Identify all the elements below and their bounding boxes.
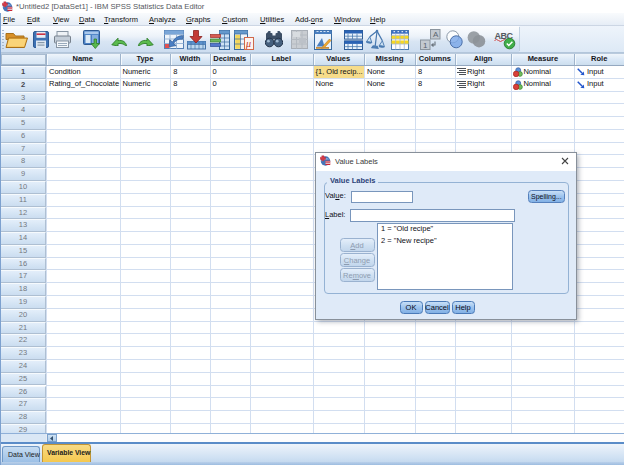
svg-text:A: A <box>433 30 439 39</box>
svg-text:μ: μ <box>245 38 251 49</box>
svg-text:1: 1 <box>423 41 428 50</box>
